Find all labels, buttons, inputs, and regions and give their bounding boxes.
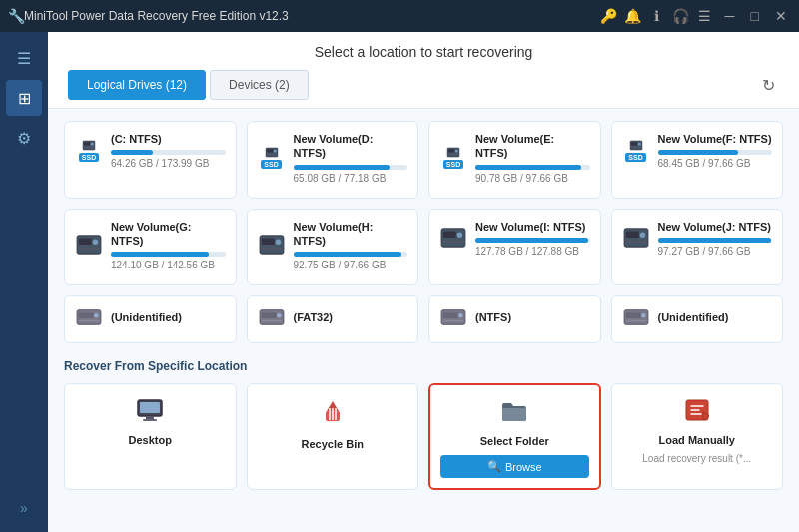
app-title: MiniTool Power Data Recovery Free Editio…	[24, 9, 601, 23]
drive-card[interactable]: SSD (C: NTFS) 64.26 GB / 173.99 GB	[64, 121, 237, 199]
svg-rect-1	[84, 142, 90, 145]
page-title: Select a location to start recovering	[68, 44, 779, 60]
svg-rect-51	[140, 402, 160, 413]
folder-icon	[500, 399, 528, 429]
svg-rect-35	[79, 320, 99, 322]
drives-grid: SSD (C: NTFS) 64.26 GB / 173.99 GB	[64, 121, 783, 343]
drive-size: 64.26 GB / 173.99 GB	[111, 158, 226, 169]
svg-rect-49	[146, 416, 154, 419]
drive-card[interactable]: SSD New Volume(E: NTFS) 90.78 GB / 97.66…	[428, 121, 601, 199]
svg-rect-11	[448, 154, 458, 155]
svg-rect-9	[448, 149, 454, 152]
svg-point-14	[637, 142, 640, 145]
drive-size: 92.75 GB / 97.66 GB	[294, 260, 408, 270]
menu-icon: ☰	[17, 49, 31, 68]
drive-card[interactable]: New Volume(I: NTFS) 127.78 GB / 127.88 G…	[428, 209, 601, 286]
drive-name: (C: NTFS)	[111, 132, 226, 146]
svg-rect-19	[79, 248, 99, 250]
svg-point-22	[275, 240, 281, 246]
drive-name: (FAT32)	[294, 310, 408, 324]
refresh-icon[interactable]: ↻	[758, 72, 779, 99]
svg-rect-27	[443, 241, 463, 243]
svg-rect-45	[625, 313, 640, 319]
header: Select a location to start recovering Lo…	[48, 32, 799, 109]
location-card-desktop[interactable]: Desktop	[64, 383, 237, 490]
location-card-folder[interactable]: Select Folder 🔍 Browse	[428, 383, 601, 490]
drive-name: (NTFS)	[475, 310, 590, 324]
load-icon	[683, 398, 711, 428]
drive-card[interactable]: (Unidentified)	[64, 295, 237, 343]
drives-icon: ⊞	[18, 89, 31, 108]
svg-rect-41	[443, 313, 458, 319]
drive-card[interactable]: New Volume(J: NTFS) 97.27 GB / 97.66 GB	[611, 209, 784, 286]
location-label: Recycle Bin	[302, 438, 364, 450]
sidebar-item-menu[interactable]: ☰	[6, 40, 42, 76]
menu-icon[interactable]: ☰	[697, 8, 713, 24]
titlebar: 🔧 MiniTool Power Data Recovery Free Edit…	[0, 0, 799, 32]
headset-icon[interactable]: 🎧	[673, 8, 689, 24]
drive-size: 68.45 GB / 97.66 GB	[658, 158, 773, 169]
drive-name: New Volume(H: NTFS)	[294, 220, 408, 249]
close-btn[interactable]: ✕	[771, 8, 791, 24]
search-icon: 🔍	[487, 460, 501, 473]
sidebar-expand[interactable]: »	[12, 492, 36, 524]
svg-point-26	[457, 233, 463, 239]
svg-rect-7	[266, 154, 276, 155]
drive-size: 124.10 GB / 142.56 GB	[111, 260, 226, 270]
location-sub: Load recovery result (*...	[642, 452, 751, 465]
sidebar-item-drives[interactable]: ⊞	[6, 80, 42, 116]
location-label: Load Manually	[659, 434, 735, 446]
location-card-recycle[interactable]: Recycle Bin	[247, 383, 419, 490]
bell-icon[interactable]: 🔔	[625, 8, 641, 24]
svg-rect-29	[625, 232, 638, 238]
drive-card[interactable]: SSD New Volume(D: NTFS) 65.08 GB / 77.18…	[247, 121, 419, 199]
svg-point-30	[639, 233, 645, 239]
drive-card[interactable]: New Volume(G: NTFS) 124.10 GB / 142.56 G…	[64, 209, 237, 286]
location-card-load[interactable]: Load Manually Load recovery result (*...	[611, 383, 784, 490]
minimize-btn[interactable]: ─	[721, 8, 739, 24]
browse-button[interactable]: 🔍 Browse	[440, 455, 589, 478]
svg-point-18	[93, 240, 99, 246]
recycle-icon	[321, 398, 345, 432]
app-logo: 🔧	[8, 8, 24, 24]
drive-card[interactable]: New Volume(H: NTFS) 92.75 GB / 97.66 GB	[247, 209, 419, 286]
drive-name: New Volume(G: NTFS)	[111, 220, 226, 249]
drive-card[interactable]: (FAT32)	[247, 295, 419, 343]
drive-name: (Unidentified)	[658, 310, 773, 324]
info-icon[interactable]: ℹ	[649, 8, 665, 24]
svg-point-10	[455, 150, 458, 153]
svg-rect-33	[79, 313, 94, 319]
drive-card[interactable]: (NTFS)	[428, 295, 601, 343]
svg-rect-17	[79, 239, 92, 245]
tab-devices[interactable]: Devices (2)	[210, 70, 309, 100]
svg-rect-37	[261, 313, 276, 319]
location-grid: Desktop Recycle Bin Select Folder 🔍 Brow…	[64, 383, 783, 490]
drive-name: New Volume(E: NTFS)	[475, 132, 590, 161]
drive-size: 127.78 GB / 127.88 GB	[475, 246, 590, 257]
drive-size: 97.27 GB / 97.66 GB	[658, 246, 773, 257]
drive-name: New Volume(D: NTFS)	[294, 132, 408, 161]
svg-rect-3	[84, 147, 94, 148]
svg-rect-25	[443, 232, 456, 238]
svg-rect-13	[630, 142, 636, 145]
key-icon[interactable]: 🔑	[601, 8, 617, 24]
svg-rect-39	[261, 320, 281, 322]
maximize-btn[interactable]: □	[747, 8, 763, 24]
svg-point-6	[273, 150, 276, 153]
drive-card[interactable]: (Unidentified)	[611, 295, 784, 343]
svg-rect-50	[143, 419, 157, 421]
sidebar: ☰ ⊞ ⚙ »	[0, 32, 48, 532]
sidebar-item-settings[interactable]: ⚙	[6, 120, 42, 156]
svg-rect-31	[625, 241, 645, 243]
svg-rect-47	[625, 320, 645, 322]
drive-name: New Volume(J: NTFS)	[658, 220, 773, 234]
drive-name: New Volume(F: NTFS)	[658, 132, 773, 146]
svg-point-42	[458, 313, 463, 318]
settings-icon: ⚙	[17, 129, 31, 148]
section-title: Recover From Specific Location	[64, 355, 783, 373]
svg-rect-15	[630, 147, 640, 148]
drive-card[interactable]: SSD New Volume(F: NTFS) 68.45 GB / 97.66…	[611, 121, 784, 199]
drive-name: New Volume(I: NTFS)	[475, 220, 590, 234]
svg-point-34	[94, 313, 99, 318]
tab-logical-drives[interactable]: Logical Drives (12)	[68, 70, 206, 100]
